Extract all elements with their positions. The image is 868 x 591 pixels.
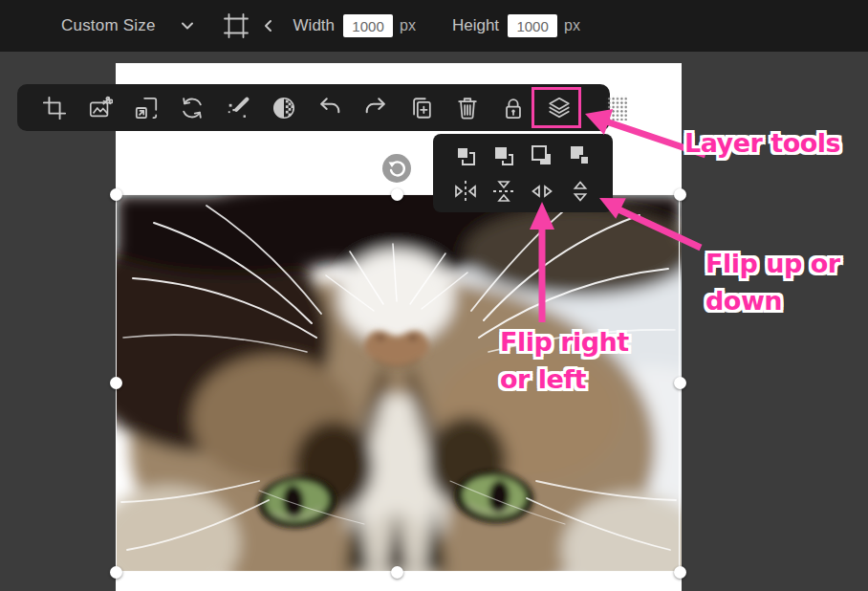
bring-forward-icon: [491, 143, 516, 168]
flip-left-right-icon: [530, 179, 554, 204]
selection-handle-bottom-center[interactable]: [391, 566, 403, 579]
flip-left-right-button[interactable]: [529, 178, 555, 205]
bring-to-front-icon: [453, 143, 478, 168]
send-to-back-icon: [568, 143, 593, 168]
canvas-size-button[interactable]: [223, 12, 250, 39]
width-label: Width: [293, 16, 335, 35]
filter-button[interactable]: [271, 96, 296, 120]
width-unit: px: [400, 17, 416, 34]
send-to-back-button[interactable]: [567, 142, 594, 169]
bring-forward-button[interactable]: [490, 142, 517, 169]
lock-icon: [501, 96, 526, 120]
flip-horizontal-axis-button[interactable]: [452, 178, 479, 205]
rotate-button[interactable]: [180, 96, 205, 120]
collapse-panel-button[interactable]: [261, 18, 276, 33]
magic-fix-icon: [226, 96, 250, 120]
send-backward-button[interactable]: [529, 142, 555, 169]
undo-button[interactable]: [317, 96, 342, 120]
height-unit: px: [564, 17, 580, 34]
height-label: Height: [452, 16, 499, 35]
annotation-flip-up-down: Flip up or down: [705, 245, 868, 319]
magic-fix-button[interactable]: [226, 96, 250, 120]
toolbar-drag-handle[interactable]: [606, 96, 627, 120]
selection-handle-top-left[interactable]: [110, 188, 122, 201]
size-preset-dropdown[interactable]: Custom Size: [61, 16, 196, 35]
selection-handle-bottom-right[interactable]: [674, 566, 686, 579]
crop-icon: [42, 96, 67, 120]
width-input[interactable]: [343, 14, 393, 37]
annotation-flip-right-left: Flip right or left: [500, 323, 653, 398]
selection-handle-bottom-left[interactable]: [110, 566, 122, 579]
app-root: Custom Size Width px Height px: [0, 0, 868, 591]
selection-handle-top-right[interactable]: [674, 188, 686, 201]
resize-icon: [134, 96, 159, 120]
redo-button[interactable]: [363, 96, 388, 120]
selection-handle-mid-left[interactable]: [110, 377, 122, 389]
resize-button[interactable]: [134, 96, 159, 120]
top-bar: Custom Size Width px Height px: [0, 0, 868, 52]
bring-to-front-button[interactable]: [452, 142, 479, 169]
crop-button[interactable]: [42, 96, 67, 120]
redo-icon: [363, 96, 388, 120]
height-input[interactable]: [508, 14, 557, 37]
replace-image-button[interactable]: [88, 96, 113, 120]
rotate-ccw-icon: [386, 158, 407, 179]
delete-button[interactable]: [455, 96, 480, 120]
send-backward-icon: [530, 143, 554, 168]
flip-up-down-button[interactable]: [567, 178, 594, 205]
selection-handle-mid-right[interactable]: [674, 377, 686, 389]
chevron-down-icon: [179, 17, 196, 34]
image-toolbar: [17, 84, 610, 131]
flip-horizontal-axis-icon: [453, 179, 478, 204]
selection-handle-top-center[interactable]: [391, 188, 403, 201]
canvas-size-icon: [223, 12, 250, 39]
replace-image-icon: [88, 96, 113, 120]
trash-icon: [455, 96, 480, 120]
undo-icon: [317, 96, 342, 120]
layer-tools-popup: [433, 134, 613, 212]
duplicate-button[interactable]: [409, 96, 434, 120]
lock-button[interactable]: [501, 96, 526, 120]
layers-button[interactable]: [547, 96, 572, 120]
flip-vertical-axis-button[interactable]: [490, 178, 517, 205]
annotation-layer-tools: Layer tools: [684, 124, 840, 162]
layers-icon: [547, 96, 572, 120]
chevron-left-icon: [261, 18, 276, 33]
duplicate-icon: [409, 96, 434, 120]
rotate-handle[interactable]: [382, 154, 411, 183]
flip-vertical-axis-icon: [491, 179, 516, 204]
flip-up-down-icon: [568, 179, 593, 204]
size-preset-label: Custom Size: [61, 16, 156, 35]
rotate-icon: [180, 96, 205, 120]
filter-icon: [271, 96, 296, 120]
